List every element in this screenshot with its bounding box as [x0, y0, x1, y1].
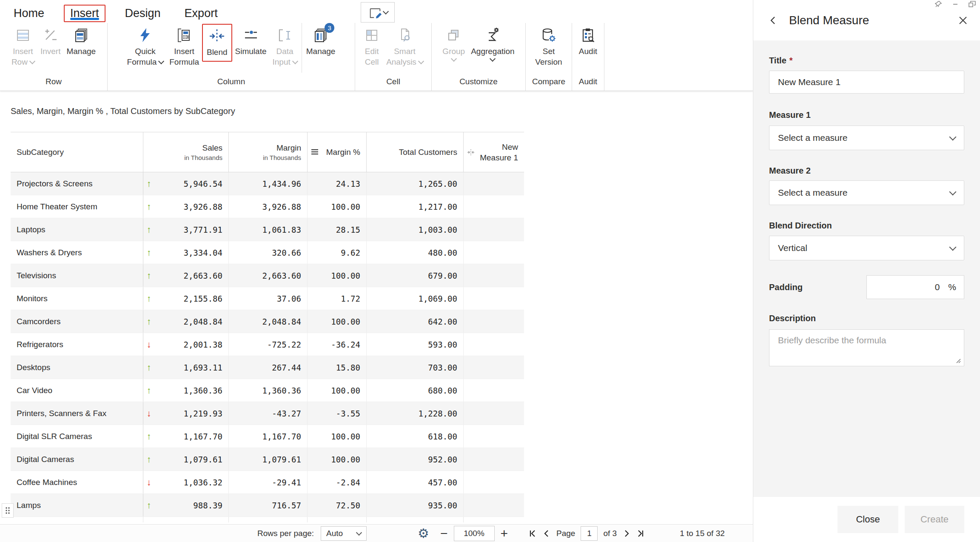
back-button[interactable] — [769, 15, 778, 26]
popout-icon[interactable] — [969, 1, 976, 7]
cell-margin-pct[interactable]: 100.00 — [307, 425, 366, 448]
cell-total-customers[interactable]: 593.00 — [366, 333, 463, 356]
cell-new-measure[interactable] — [463, 356, 524, 379]
aggregation-button[interactable]: Aggregation — [468, 23, 517, 63]
next-page-button[interactable] — [622, 529, 631, 538]
cell-new-measure[interactable] — [463, 310, 524, 333]
close-panel-button[interactable] — [958, 15, 968, 26]
edit-layout-button[interactable] — [361, 2, 395, 23]
cell-margin[interactable]: 1,434.96 — [228, 172, 307, 195]
cell-total-customers[interactable]: 642.00 — [366, 310, 463, 333]
cell-sales[interactable]: 2,155.86 — [143, 287, 228, 310]
cell-new-measure[interactable] — [463, 195, 524, 218]
cell-margin[interactable]: 1,167.70 — [228, 425, 307, 448]
column-header-total-customers[interactable]: Total Customers — [366, 132, 463, 172]
cell-new-measure[interactable] — [463, 471, 524, 494]
settings-gear-icon[interactable]: ⚙ — [418, 527, 429, 540]
cell-margin[interactable]: 2,663.60 — [228, 264, 307, 287]
invert-button[interactable]: Invert — [37, 23, 64, 57]
cell-subcategory[interactable]: Desktops — [11, 356, 143, 379]
cell-subcategory[interactable]: Projectors & Screens — [11, 172, 143, 195]
cell-new-measure[interactable] — [463, 287, 524, 310]
cell-sales[interactable]: 1,167.70 — [143, 425, 228, 448]
cell-sales[interactable]: 1,036.32 — [143, 471, 228, 494]
cell-subcategory[interactable]: Refrigerators — [11, 333, 143, 356]
cell-margin-pct[interactable]: 100.00 — [307, 448, 366, 471]
column-header-new-measure[interactable]: NewMeasure 1 — [463, 132, 524, 172]
audit-button[interactable]: Audit — [576, 23, 600, 57]
padding-input[interactable]: 0% — [866, 275, 964, 299]
cell-new-measure[interactable] — [463, 218, 524, 241]
last-page-button[interactable] — [636, 529, 645, 538]
cell-sales[interactable]: 3,926.88 — [143, 195, 228, 218]
cell-subcategory[interactable]: Laptops — [11, 218, 143, 241]
cell-margin[interactable]: 3,926.88 — [228, 195, 307, 218]
cell-new-measure[interactable] — [463, 402, 524, 425]
column-header-margin[interactable]: Marginin Thousands — [228, 132, 307, 172]
cell-total-customers[interactable]: 703.00 — [366, 356, 463, 379]
tab-export[interactable]: Export — [180, 6, 222, 21]
cell-margin-pct[interactable]: 100.00 — [307, 310, 366, 333]
cell-margin-pct[interactable]: -2.84 — [307, 471, 366, 494]
cell-margin-pct[interactable]: 100.00 — [307, 195, 366, 218]
cell-total-customers[interactable]: 935.00 — [366, 494, 463, 516]
cell-total-customers[interactable]: 680.00 — [366, 379, 463, 402]
cell-total-customers[interactable]: 1,069.00 — [366, 287, 463, 310]
cell-subcategory[interactable]: Coffee Machines — [11, 471, 143, 494]
manage-rows-button[interactable]: Manage — [63, 23, 99, 57]
zoom-in-button[interactable]: + — [501, 526, 508, 541]
column-header-sales[interactable]: Salesin Thousands — [143, 132, 228, 172]
cell-margin[interactable]: 1,079.61 — [228, 448, 307, 471]
cell-margin-pct[interactable]: 1.72 — [307, 287, 366, 310]
cell-margin[interactable]: -43.27 — [228, 402, 307, 425]
cell-new-measure[interactable] — [463, 172, 524, 195]
cell-margin-pct[interactable]: 28.15 — [307, 218, 366, 241]
cell-subcategory[interactable]: Home Theater System — [11, 195, 143, 218]
cell-total-customers[interactable]: 1,003.00 — [366, 218, 463, 241]
cell-new-measure[interactable] — [463, 425, 524, 448]
cell-sales[interactable]: 1,693.11 — [143, 356, 228, 379]
cell-margin[interactable]: 320.66 — [228, 241, 307, 264]
cell-margin[interactable]: 716.57 — [228, 494, 307, 516]
cell-margin-pct[interactable]: 100.00 — [307, 379, 366, 402]
pin-off-icon[interactable] — [935, 1, 942, 7]
cell-total-customers[interactable]: 1,217.00 — [366, 195, 463, 218]
minimize-icon[interactable] — [952, 1, 958, 7]
cell-total-customers[interactable]: 1,265.00 — [366, 172, 463, 195]
cell-sales[interactable]: 2,663.60 — [143, 264, 228, 287]
cell-margin[interactable]: -725.22 — [228, 333, 307, 356]
column-header-subcategory[interactable]: SubCategory — [11, 132, 143, 172]
edit-cell-button[interactable]: Edit Cell — [360, 23, 383, 67]
measure1-select[interactable]: Select a measure — [769, 126, 964, 150]
cell-new-measure[interactable] — [463, 333, 524, 356]
cell-margin-pct[interactable]: 100.00 — [307, 264, 366, 287]
cell-sales[interactable]: 2,001.38 — [143, 333, 228, 356]
zoom-level[interactable]: 100% — [454, 526, 495, 541]
cell-margin[interactable]: 1,360.36 — [228, 379, 307, 402]
quick-formula-button[interactable]: Quick Formula — [124, 23, 167, 67]
cell-sales[interactable]: 1,360.36 — [143, 379, 228, 402]
tab-insert[interactable]: Insert — [64, 5, 105, 22]
cell-margin-pct[interactable]: -36.24 — [307, 333, 366, 356]
cell-margin[interactable]: -29.41 — [228, 471, 307, 494]
cell-margin[interactable]: 1,061.83 — [228, 218, 307, 241]
cell-sales[interactable]: 3,771.91 — [143, 218, 228, 241]
cell-subcategory[interactable]: Car Video — [11, 379, 143, 402]
cell-sales[interactable]: 3,334.04 — [143, 241, 228, 264]
cell-new-measure[interactable] — [463, 448, 524, 471]
cell-sales[interactable]: 1,079.61 — [143, 448, 228, 471]
cell-subcategory[interactable]: Camcorders — [11, 310, 143, 333]
cell-total-customers[interactable]: 480.00 — [366, 241, 463, 264]
rows-per-page-select[interactable]: Auto — [321, 526, 367, 541]
title-input[interactable] — [769, 71, 964, 94]
cell-new-measure[interactable] — [463, 264, 524, 287]
cell-margin-pct[interactable]: 72.50 — [307, 494, 366, 516]
cell-sales[interactable]: 2,048.84 — [143, 310, 228, 333]
cell-margin-pct[interactable]: -3.55 — [307, 402, 366, 425]
cell-subcategory[interactable]: Lamps — [11, 494, 143, 516]
cell-new-measure[interactable] — [463, 241, 524, 264]
insert-formula-button[interactable]: Insert Formula — [166, 23, 202, 67]
cell-sales[interactable]: 1,219.93 — [143, 402, 228, 425]
close-button[interactable]: Close — [838, 506, 898, 533]
cell-total-customers[interactable]: 679.00 — [366, 264, 463, 287]
